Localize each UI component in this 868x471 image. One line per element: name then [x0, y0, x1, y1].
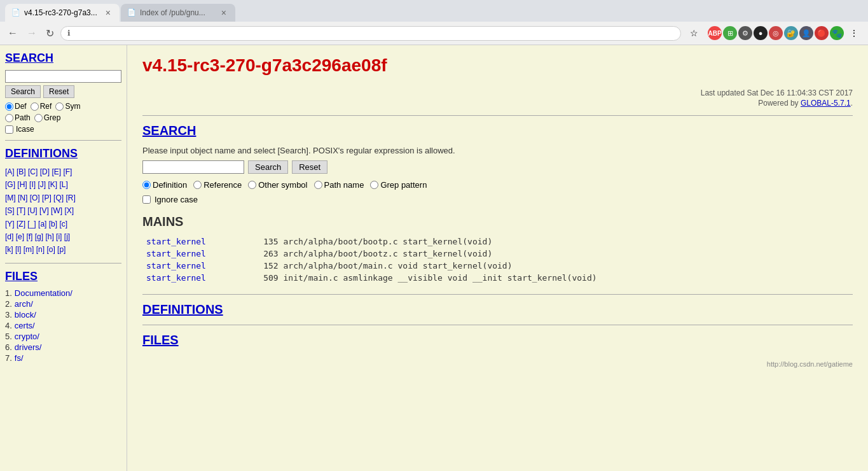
alpha-R[interactable]: [R] — [65, 193, 75, 202]
ext2-icon[interactable]: ⊞ — [723, 26, 737, 40]
alpha-n[interactable]: [n] — [36, 245, 45, 254]
tab-2[interactable]: 📄 Index of /pub/gnu... × — [121, 4, 235, 22]
file-link-5[interactable]: crypto/ — [15, 332, 39, 341]
ext6-icon[interactable]: 🔐 — [784, 26, 798, 40]
global-link[interactable]: GLOBAL-5.7.1 — [801, 99, 851, 108]
radio-reference-label[interactable]: Reference — [193, 180, 242, 190]
alpha-a[interactable]: [a] — [38, 220, 46, 228]
alpha-I[interactable]: [I] — [29, 180, 36, 189]
start-kernel-link-2[interactable]: start_kernel — [146, 249, 206, 258]
radio-ref[interactable] — [31, 102, 39, 111]
sidebar-files-title[interactable]: FILES — [5, 270, 121, 283]
radio-definition-label[interactable]: Definition — [142, 180, 187, 190]
alpha-G[interactable]: [G] — [5, 180, 15, 189]
alpha-e[interactable]: [e] — [16, 232, 24, 241]
file-link-6[interactable]: drivers/ — [15, 342, 42, 352]
main-search-title[interactable]: SEARCH — [142, 123, 853, 138]
ext9-icon[interactable]: 🐾 — [830, 26, 844, 40]
alpha-l[interactable]: [l] — [15, 245, 21, 254]
alpha-P[interactable]: [P] — [42, 193, 52, 202]
file-link-3[interactable]: block/ — [15, 310, 36, 320]
radio-path[interactable] — [5, 114, 13, 122]
address-input[interactable]: 127.0.0.1:8000 — [74, 29, 674, 38]
main-files-title[interactable]: FILES — [142, 333, 853, 348]
alpha-L[interactable]: [L] — [59, 180, 67, 189]
forward-button[interactable]: → — [24, 25, 39, 41]
reload-button[interactable]: ↻ — [43, 25, 57, 42]
ext4-icon[interactable]: ● — [754, 26, 768, 40]
alpha-i[interactable]: [i] — [56, 232, 62, 241]
radio-def[interactable] — [5, 102, 13, 111]
radio-grep[interactable] — [34, 114, 43, 122]
radio-sym[interactable] — [55, 102, 64, 111]
menu-button[interactable]: ⋮ — [845, 24, 863, 42]
alpha-b[interactable]: [b] — [49, 220, 57, 228]
alpha-C[interactable]: [C] — [28, 167, 38, 176]
tab-1[interactable]: 📄 v4.15-rc3-270-g7a3... × — [5, 4, 120, 22]
main-search-button[interactable]: Search — [248, 160, 288, 174]
ext7-icon[interactable]: 👤 — [799, 26, 813, 40]
alpha-U[interactable]: [U] — [27, 206, 37, 215]
radio-sym-label[interactable]: Sym — [55, 102, 80, 111]
alpha-N[interactable]: [N] — [18, 193, 27, 202]
radio-other[interactable] — [248, 181, 256, 189]
alpha-m[interactable]: [m] — [24, 245, 34, 254]
file-link-2[interactable]: arch/ — [15, 299, 33, 309]
start-kernel-link-3[interactable]: start_kernel — [146, 261, 206, 271]
alpha-H[interactable]: [H] — [17, 180, 27, 189]
alpha-O[interactable]: [O] — [30, 193, 40, 202]
radio-reference[interactable] — [193, 181, 202, 189]
start-kernel-link-4[interactable]: start_kernel — [146, 273, 206, 283]
sidebar-reset-button[interactable]: Reset — [43, 85, 74, 98]
sidebar-search-button[interactable]: Search — [5, 85, 41, 98]
radio-definition[interactable] — [142, 181, 151, 189]
alpha-M[interactable]: [M] — [5, 193, 16, 202]
alpha-B[interactable]: [B] — [17, 167, 26, 176]
radio-path-label[interactable]: Path — [5, 113, 31, 122]
main-reset-button[interactable]: Reset — [292, 160, 327, 174]
radio-def-label[interactable]: Def — [5, 102, 27, 111]
ext8-icon[interactable]: 🔴 — [815, 26, 829, 40]
alpha-V[interactable]: [V] — [39, 206, 49, 215]
file-link-7[interactable]: fs/ — [15, 353, 24, 363]
alpha-g[interactable]: [g] — [35, 232, 43, 241]
alpha-o[interactable]: [o] — [46, 245, 55, 254]
main-definitions-title[interactable]: DEFINITIONS — [142, 302, 853, 317]
address-bar[interactable]: ℹ 127.0.0.1:8000 — [60, 26, 681, 41]
tab-2-close[interactable]: × — [220, 8, 228, 18]
alpha-f[interactable]: [f] — [26, 232, 32, 241]
back-button[interactable]: ← — [5, 25, 20, 41]
tab-1-close[interactable]: × — [104, 8, 112, 18]
alpha-F[interactable]: [F] — [63, 167, 72, 176]
alpha-p[interactable]: [p] — [57, 245, 65, 254]
alpha-h[interactable]: [h] — [45, 232, 53, 241]
sidebar-search-input[interactable] — [5, 70, 121, 83]
alpha-K[interactable]: [K] — [48, 180, 57, 189]
radio-other-label[interactable]: Other symbol — [248, 180, 307, 190]
radio-pathname[interactable] — [314, 181, 322, 189]
sidebar-definitions-title[interactable]: DEFINITIONS — [5, 147, 121, 160]
ext3-icon[interactable]: ⚙ — [738, 26, 752, 40]
main-search-input[interactable] — [142, 160, 244, 174]
sidebar-search-title[interactable]: SEARCH — [5, 52, 121, 65]
alpha-c[interactable]: [c] — [59, 220, 67, 228]
abp-icon[interactable]: ABP — [708, 26, 722, 40]
alpha-j[interactable]: [j] — [64, 232, 70, 241]
bookmark-button[interactable]: ☆ — [685, 24, 703, 42]
sidebar-icase-checkbox[interactable] — [5, 125, 13, 134]
ext5-icon[interactable]: ◎ — [769, 26, 783, 40]
alpha-d[interactable]: [d] — [5, 232, 13, 241]
alpha-W[interactable]: [W] — [51, 206, 62, 215]
radio-ref-label[interactable]: Ref — [31, 102, 52, 111]
alpha-k[interactable]: [k] — [5, 245, 13, 254]
radio-grep-main[interactable] — [370, 181, 378, 189]
alpha-Q[interactable]: [Q] — [53, 193, 64, 202]
alpha-S[interactable]: [S] — [5, 206, 15, 215]
radio-grep-label[interactable]: Grep pattern — [370, 180, 427, 190]
file-link-1[interactable]: Documentation/ — [15, 288, 72, 298]
alpha-Y[interactable]: [Y] — [5, 220, 15, 228]
alpha-E[interactable]: [E] — [52, 167, 61, 176]
main-ignore-case-checkbox[interactable] — [142, 195, 151, 204]
alpha-A[interactable]: [A] — [5, 167, 15, 176]
start-kernel-link-1[interactable]: start_kernel — [146, 237, 206, 246]
